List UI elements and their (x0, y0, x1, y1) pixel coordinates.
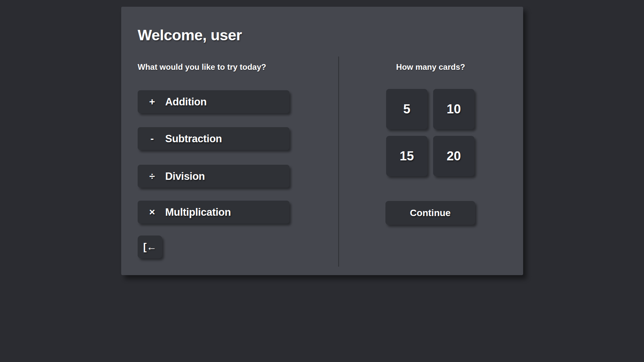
addition-button[interactable]: + Addition (138, 90, 289, 113)
multiplication-button-label: Multiplication (165, 207, 231, 217)
card-count-heading: How many cards? (338, 63, 523, 71)
cards-10-button[interactable]: 10 (433, 89, 474, 129)
minus-icon: - (146, 134, 158, 144)
subtraction-button[interactable]: - Subtraction (138, 127, 289, 150)
addition-button-label: Addition (165, 97, 206, 107)
divide-icon: ÷ (146, 171, 158, 181)
division-button-label: Division (165, 171, 205, 182)
subtraction-button-label: Subtraction (165, 134, 222, 144)
card-count-grid: 5 10 15 20 (386, 89, 474, 176)
multiplication-button[interactable]: × Multiplication (138, 201, 289, 223)
cards-15-button[interactable]: 15 (386, 136, 427, 176)
logout-back-icon: [← (143, 241, 157, 253)
plus-icon: + (146, 97, 158, 107)
multiply-icon: × (146, 207, 158, 217)
continue-button[interactable]: Continue (385, 201, 475, 225)
welcome-dialog: Welcome, user What would you like to try… (121, 7, 523, 275)
division-button[interactable]: ÷ Division (138, 165, 289, 188)
cards-20-button[interactable]: 20 (433, 136, 474, 176)
card-count-section: How many cards? 5 10 15 20 Continue (338, 7, 523, 275)
operation-section-heading: What would you like to try today? (138, 63, 266, 71)
back-button[interactable]: [← (138, 236, 162, 258)
cards-5-button[interactable]: 5 (386, 89, 427, 129)
page-title: Welcome, user (138, 28, 242, 43)
